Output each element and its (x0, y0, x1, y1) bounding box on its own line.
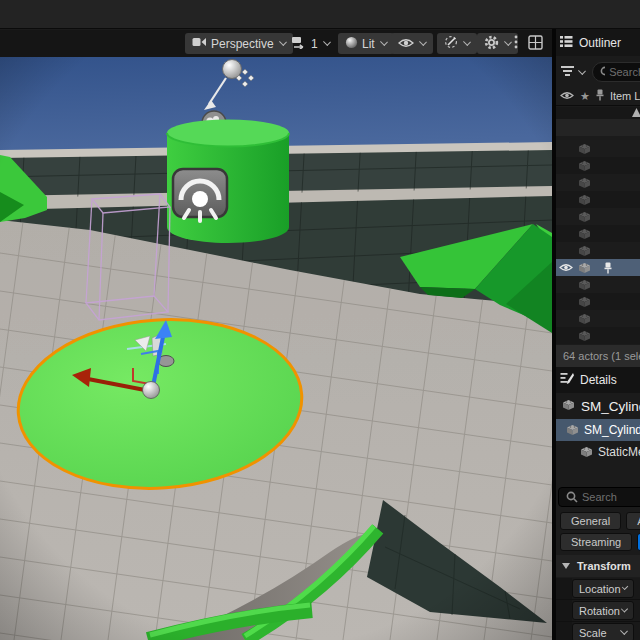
camera-icon (192, 36, 207, 51)
component-name-text: StaticMesh (598, 445, 640, 459)
row-gutter (556, 578, 572, 599)
outliner-filter-row: Search (556, 60, 640, 84)
transform-label: Transform (577, 560, 631, 572)
outliner-row[interactable] (556, 327, 640, 344)
actor-count-text: 64 actors (1 selected) (563, 350, 640, 362)
outliner-spacer-row (556, 119, 640, 136)
static-mesh-cube-icon (566, 424, 579, 436)
transform-axis-dropdown[interactable]: Rotation (572, 601, 634, 620)
search-icon (566, 491, 578, 503)
chevron-down-icon (620, 627, 628, 635)
static-mesh-cube-icon (578, 313, 596, 325)
screen-size-icon (291, 36, 307, 52)
static-mesh-cube-icon (578, 194, 596, 206)
static-mesh-cube-icon (578, 177, 596, 189)
outliner-row[interactable] (556, 293, 640, 310)
sort-triangle-icon (632, 108, 640, 117)
outliner-title: Outliner (579, 36, 621, 50)
details-tab[interactable]: Details (556, 367, 640, 393)
row-gutter (556, 622, 572, 640)
eye-column-icon[interactable] (560, 90, 574, 102)
perspective-button[interactable]: Perspective (185, 33, 293, 54)
static-mesh-cube-icon (578, 262, 596, 274)
transform-axis-label: Rotation (579, 605, 620, 617)
outliner-row[interactable] (556, 140, 640, 157)
outliner-row[interactable] (556, 157, 640, 174)
outliner-row[interactable] (556, 191, 640, 208)
details-title: Details (580, 373, 617, 387)
eye-icon (398, 37, 414, 51)
outliner-search-placeholder: Search (609, 66, 640, 78)
funnel-icon[interactable] (561, 63, 574, 81)
pin-column-icon[interactable] (596, 89, 604, 103)
viewport-3d-scene[interactable] (0, 57, 552, 640)
window-top-strip (0, 0, 640, 29)
details-search-row: Search (556, 486, 640, 508)
more-options-button[interactable] (511, 33, 521, 54)
ellipsis-icon (514, 35, 518, 52)
outliner-row[interactable] (556, 242, 640, 259)
category-button[interactable]: General (560, 512, 621, 530)
unreal-editor-window: Perspective 1 Lit (0, 0, 640, 640)
chevron-down-icon (380, 38, 388, 46)
visibility-eye-icon[interactable] (556, 263, 578, 272)
outliner-row[interactable] (556, 259, 640, 276)
details-search-box[interactable]: Search (558, 487, 640, 507)
viewport-vignette (0, 57, 552, 640)
details-category-row-1: GeneralActor (556, 511, 640, 531)
transform-property-row: Location (556, 578, 640, 600)
outliner-list-icon (560, 35, 573, 51)
component-row[interactable]: StaticMesh (556, 441, 640, 463)
static-mesh-cube-icon (578, 245, 596, 257)
viewport-toolbar: Perspective 1 Lit (0, 30, 552, 57)
outliner-row[interactable] (556, 208, 640, 225)
transform-axis-dropdown[interactable]: Scale (572, 623, 634, 640)
transform-axis-label: Scale (579, 627, 607, 639)
outliner-row[interactable] (556, 225, 640, 242)
static-mesh-cube-icon (580, 446, 593, 458)
chevron-down-icon[interactable] (578, 67, 586, 75)
item-label-column[interactable]: Item Label (610, 90, 640, 102)
component-tree: SM_CylinderStaticMesh (556, 419, 640, 463)
outliner-search-box[interactable]: Search (592, 62, 640, 82)
lit-mode-button[interactable]: Lit (338, 33, 394, 54)
screen-percentage-value: 1 (311, 37, 318, 51)
outliner-tab[interactable]: Outliner (556, 29, 640, 56)
static-mesh-cube-icon (578, 228, 596, 240)
chevron-down-icon (323, 38, 331, 46)
component-name-text: SM_Cylinder (584, 423, 640, 437)
lit-label: Lit (362, 37, 375, 51)
gear-icon (484, 35, 499, 53)
transform-property-row: Scale (556, 622, 640, 640)
row-gutter (556, 600, 572, 621)
screen-percentage-button[interactable]: 1 (284, 33, 337, 54)
static-mesh-cube-icon (562, 399, 575, 414)
show-flags-button[interactable] (391, 33, 433, 54)
category-button[interactable]: Streaming (560, 533, 632, 551)
category-button[interactable]: Actor (626, 512, 640, 530)
outliner-actor-list (556, 140, 640, 344)
transform-axis-label: Location (579, 583, 621, 595)
outliner-column-headers: ★ Item Label (556, 87, 640, 106)
maximize-layout-button[interactable] (524, 33, 547, 54)
static-mesh-cube-icon (578, 211, 596, 223)
chevron-down-icon (621, 584, 628, 591)
outliner-row[interactable] (556, 276, 640, 293)
lit-sphere-icon (345, 36, 358, 52)
component-row[interactable]: SM_Cylinder (556, 419, 640, 441)
perspective-label: Perspective (211, 37, 274, 51)
details-search-placeholder: Search (582, 491, 617, 503)
outliner-row[interactable] (556, 310, 640, 327)
details-category-row-2: StreamingAll (556, 532, 640, 552)
transform-axis-dropdown[interactable]: Location (572, 579, 634, 598)
star-column-icon[interactable]: ★ (580, 90, 590, 103)
viewmode-overlay-button[interactable] (437, 33, 477, 54)
chevron-down-icon (621, 605, 628, 612)
pin-icon[interactable] (604, 262, 612, 274)
actor-name-text: SM_Cylinder (581, 399, 640, 414)
collapse-caret-icon (562, 563, 570, 569)
static-mesh-cube-icon (578, 296, 596, 308)
outliner-row[interactable] (556, 174, 640, 191)
transform-section-header[interactable]: Transform (556, 555, 640, 577)
static-mesh-cube-icon (578, 330, 596, 342)
